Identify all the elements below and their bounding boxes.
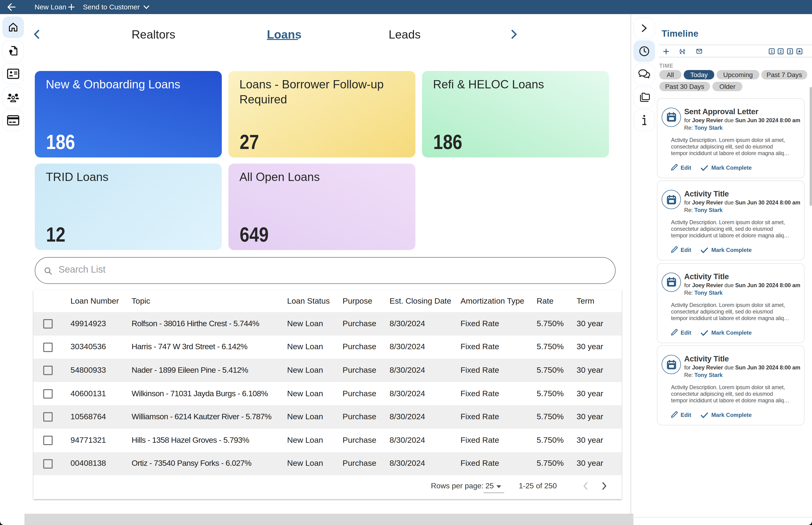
svg-text:2: 2 xyxy=(780,49,782,54)
svg-text:1: 1 xyxy=(771,49,773,54)
svg-text:3: 3 xyxy=(789,49,791,54)
